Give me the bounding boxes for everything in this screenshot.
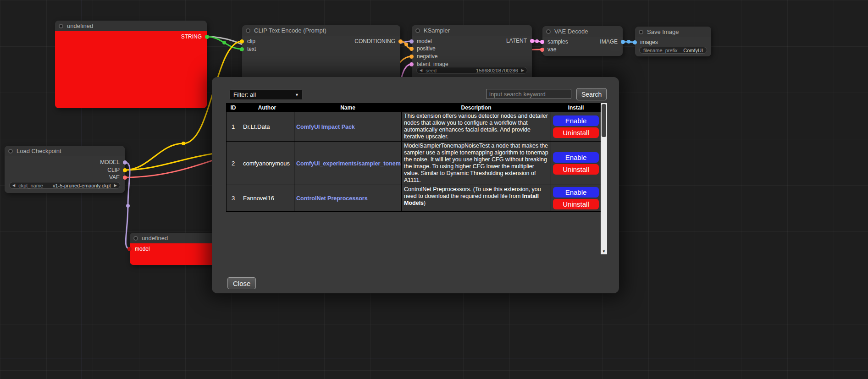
collapse-icon[interactable] [133, 236, 138, 241]
collapse-icon[interactable] [639, 30, 643, 34]
output-slot-clip[interactable]: CLIP [107, 167, 127, 173]
search-input[interactable] [486, 89, 571, 99]
node-save-image[interactable]: Save Image images filename_prefix ComfyU… [635, 27, 711, 56]
slot-dot-icon[interactable] [409, 62, 414, 66]
cell-name: ControlNet Preprocessors [294, 185, 402, 212]
filter-select[interactable]: Filter: all [229, 89, 303, 100]
enable-button[interactable]: Enable [553, 152, 599, 163]
input-slot-text[interactable]: text [240, 46, 256, 52]
previous-arrow-icon[interactable]: ◀ [12, 184, 15, 187]
output-slot-latent[interactable]: LATENT [506, 38, 534, 44]
collapse-icon[interactable] [59, 24, 63, 28]
input-slot-clip[interactable]: clip [240, 38, 255, 44]
slot-label: LATENT [506, 38, 527, 44]
node-title: Load Checkpoint [17, 148, 61, 154]
enable-button[interactable]: Enable [553, 187, 599, 198]
input-slot-latent-image[interactable]: latent_image [409, 61, 448, 67]
slot-dot-icon[interactable] [240, 39, 244, 44]
extension-link[interactable]: ComfyUI Impact Pack [296, 124, 355, 130]
cell-description: ModelSamplerTonemapNoiseTest a node that… [402, 142, 551, 185]
node-title: undefined [142, 235, 168, 242]
node-title-bar[interactable]: KSampler [412, 25, 532, 36]
widget-label: filename_prefix [643, 48, 678, 53]
slot-label: CLIP [107, 167, 120, 173]
ckpt-name-widget[interactable]: ◀ ckpt_name v1-5-pruned-emaonly.ckpt ▶ [9, 182, 120, 189]
cell-name: ComfyUI Impact Pack [294, 112, 402, 142]
input-slot-negative[interactable]: negative [409, 53, 437, 60]
uninstall-button[interactable]: Uninstall [553, 164, 599, 175]
slot-dot-icon[interactable] [123, 168, 127, 172]
slot-dot-icon[interactable] [240, 47, 244, 51]
table-row: 1 Dr.Lt.Data ComfyUI Impact Pack This ex… [227, 112, 601, 142]
collapse-icon[interactable] [415, 28, 420, 33]
node-title-bar[interactable]: Load Checkpoint [5, 146, 125, 156]
close-button[interactable]: Close [227, 277, 256, 289]
extension-link[interactable]: ComfyUI_experiments/sampler_tonemap [296, 160, 402, 167]
slot-dot-icon[interactable] [633, 40, 637, 44]
slot-dot-icon[interactable] [409, 39, 414, 44]
collapse-icon[interactable] [546, 29, 551, 34]
column-header-description: Description [402, 104, 551, 112]
slot-dot-icon[interactable] [127, 247, 132, 251]
node-body: samples vae IMAGE [542, 37, 623, 56]
enable-button[interactable]: Enable [553, 115, 599, 126]
output-slot-conditioning[interactable]: CONDITIONING [354, 38, 403, 44]
uninstall-button[interactable]: Uninstall [553, 199, 599, 209]
scrollbar[interactable]: ▼ [601, 103, 607, 254]
uninstall-button[interactable]: Uninstall [553, 127, 599, 138]
node-title-bar[interactable]: Save Image [635, 27, 711, 37]
slot-dot-icon[interactable] [409, 47, 414, 51]
cell-author: Fannovel16 [240, 185, 294, 212]
node-ksampler[interactable]: KSampler model positive negative latent_… [412, 25, 532, 80]
slot-dot-icon[interactable] [123, 176, 127, 180]
output-slot-vae[interactable]: VAE [109, 174, 127, 181]
output-slot-string[interactable]: STRING [181, 33, 209, 40]
node-vae-decode[interactable]: VAE Decode samples vae IMAGE [542, 26, 623, 56]
node-load-checkpoint[interactable]: Load Checkpoint MODEL CLIP VAE ◀ ckpt_na… [5, 146, 125, 193]
node-title-bar[interactable]: CLIP Text Encode (Prompt) [242, 25, 400, 36]
collapse-icon[interactable] [246, 28, 250, 33]
slot-label: clip [247, 38, 255, 44]
seed-widget[interactable]: ◀ seed 156680208700286 ▶ [416, 67, 527, 74]
slot-label: CONDITIONING [354, 38, 395, 44]
slot-label: STRING [181, 33, 202, 40]
table-row: 2 comfyanonymous ComfyUI_experiments/sam… [227, 142, 601, 185]
scrollbar-thumb[interactable] [602, 104, 606, 137]
slot-dot-icon[interactable] [621, 40, 625, 44]
node-body: model positive negative latent_image LAT… [412, 36, 532, 80]
node-title-bar[interactable]: undefined [55, 21, 207, 31]
slot-dot-icon[interactable] [205, 35, 209, 39]
input-slot-model[interactable]: model [409, 38, 432, 44]
input-slot-model[interactable]: model [127, 246, 150, 252]
canvas-axis-horizontal [0, 358, 868, 358]
node-clip-text-encode[interactable]: CLIP Text Encode (Prompt) clip text COND… [242, 25, 400, 80]
filename-prefix-widget[interactable]: filename_prefix ComfyUI [639, 47, 707, 54]
wire-dot [126, 204, 130, 208]
search-button[interactable]: Search [576, 88, 607, 100]
wire-dot [222, 41, 226, 44]
next-arrow-icon[interactable]: ▶ [114, 184, 117, 187]
scroll-down-arrow-icon[interactable]: ▼ [601, 248, 607, 254]
slot-dot-icon[interactable] [409, 55, 414, 59]
column-header-install: Install [551, 104, 601, 112]
input-slot-samples[interactable]: samples [540, 38, 568, 45]
collapse-icon[interactable] [8, 149, 13, 154]
slot-dot-icon[interactable] [540, 48, 544, 52]
extension-link[interactable]: ControlNet Preprocessors [296, 195, 368, 202]
input-slot-vae[interactable]: vae [540, 46, 556, 53]
output-slot-image[interactable]: IMAGE [600, 38, 625, 45]
increment-arrow-icon[interactable]: ▶ [521, 69, 524, 72]
slot-dot-icon[interactable] [540, 40, 544, 44]
input-slot-positive[interactable]: positive [409, 45, 436, 52]
node-body: images filename_prefix ComfyUI [635, 37, 711, 56]
cell-description: ControlNet Preprocessors. (To use this e… [402, 185, 551, 212]
output-slot-model[interactable]: MODEL [100, 159, 127, 165]
node-undefined-top[interactable]: undefined STRING [55, 21, 207, 108]
input-slot-images[interactable]: images [633, 39, 658, 45]
slot-dot-icon[interactable] [530, 39, 534, 43]
slot-label: model [135, 246, 150, 252]
slot-dot-icon[interactable] [398, 39, 403, 44]
decrement-arrow-icon[interactable]: ◀ [420, 69, 422, 72]
node-title-bar[interactable]: VAE Decode [542, 26, 623, 37]
slot-dot-icon[interactable] [123, 160, 127, 165]
